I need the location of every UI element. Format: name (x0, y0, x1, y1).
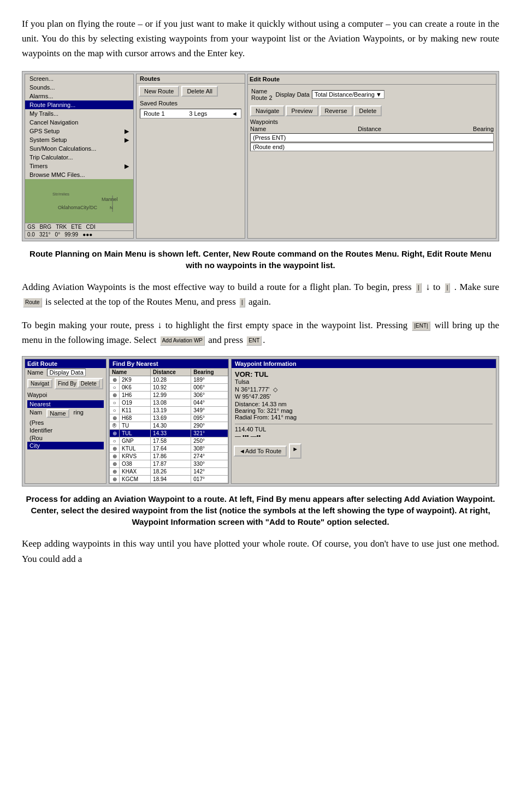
menu-item-timers[interactable]: Timers (25, 162, 133, 170)
fbn-row[interactable]: ® TU 14.30 290° (110, 422, 228, 430)
screenshot-2: Edit Route Name Display Data Navigat Fin… (22, 356, 499, 487)
ep2-city-item[interactable]: City (27, 442, 104, 449)
menu-item-sun-moon[interactable]: Sun/Moon Calculations... (25, 144, 133, 153)
wp-scroll-right[interactable]: ► (289, 443, 301, 459)
wp-info-content: VOR: TUL Tulsa N 36°11.777' ◇ W 95°47.28… (232, 368, 496, 441)
wp-freq-label: 114.40 TUL (235, 426, 493, 432)
er-wp-bear-col: Bearing (473, 126, 494, 132)
er-name-section: Name Route 2 (250, 87, 274, 102)
menu-item-my-trails[interactable]: My Trails... (25, 109, 133, 118)
menu-item-sounds[interactable]: Sounds... (25, 83, 133, 92)
fbn-symbol: ® (110, 422, 120, 430)
menu-item-system-setup[interactable]: System Setup (25, 135, 133, 144)
er-display-data: Display Data Total Distance/Bearing ▼ (276, 87, 384, 102)
delete-btn[interactable]: Delete (354, 105, 382, 116)
status-ete: ETE (71, 224, 81, 230)
fbn-col-bearing: Bearing (191, 369, 228, 376)
ep2-navigate-btn[interactable]: Navigat (27, 379, 52, 388)
fbn-row[interactable]: ○ K11 13.19 349° (110, 407, 228, 414)
ep2-nearest-item[interactable]: Nearest (27, 400, 104, 408)
wp-freq: 114.40 TUL — ••• —•• (235, 424, 493, 439)
ep2-identifier-item[interactable]: Identifier (27, 426, 104, 434)
er-dd-select[interactable]: Total Distance/Bearing ▼ (312, 90, 384, 99)
delete-all-button[interactable]: Delete All (181, 86, 217, 97)
er-wp-label: Waypoints (250, 118, 494, 125)
wp-info-title: Waypoint Information (232, 359, 496, 368)
fbn-row[interactable]: ⊕ 2K9 10.28 189° (110, 376, 228, 384)
add-to-route-button[interactable]: ◄ Add To Route (234, 446, 287, 457)
er-wp-press-ent: (Press ENT) (250, 133, 494, 142)
val-ete: 99:99 (64, 232, 78, 238)
fbn-row[interactable]: ⊕ KHAX 18.26 142° (110, 468, 228, 476)
fbn-distance: 13.19 (151, 407, 191, 414)
fbn-row[interactable]: ⊕ TUL 14.33 321° (110, 430, 228, 437)
edit-route-header: Name Route 2 Display Data Total Distance… (248, 85, 496, 104)
fbn-name: KTUL (120, 445, 151, 453)
menu-item-cancel-nav[interactable]: Cancel Navigation (25, 118, 133, 127)
fbn-distance: 17.86 (151, 453, 191, 460)
wp-lat-val: 36°11.777' (241, 386, 269, 393)
inline-button-6: Add Aviation WP (160, 336, 205, 346)
preview-btn[interactable]: Preview (286, 105, 318, 116)
new-route-button[interactable]: New Route (139, 86, 179, 97)
fbn-name: GNP (120, 437, 151, 445)
er-route-name: Route 2 (251, 94, 273, 101)
ep2-find-by-section: Nearest Nam Name ring (Pres Identifier (… (25, 399, 106, 451)
menu-item-trip-calc[interactable]: Trip Calculator... (25, 153, 133, 162)
fbn-bearing: 321° (191, 430, 228, 437)
fbn-row[interactable]: ⊕ KTUL 17.64 308° (110, 445, 228, 453)
fbn-bearing: 306° (191, 392, 228, 399)
fbn-bearing: 308° (191, 445, 228, 453)
ep2-route-label: (Rou (27, 434, 104, 442)
fbn-symbol: ⊕ (110, 453, 120, 460)
fbn-row[interactable]: ⊕ 1H6 12.99 306° (110, 392, 228, 399)
fbn-symbol: ○ (110, 437, 120, 445)
fbn-row[interactable]: ⊕ KGCM 18.94 017° (110, 476, 228, 483)
fbn-row[interactable]: ○ O19 13.08 044° (110, 399, 228, 407)
fbn-name: KRVS (120, 453, 151, 460)
fbn-name: 0K6 (120, 384, 151, 392)
menu-item-gps-setup[interactable]: GPS Setup (25, 127, 133, 135)
fbn-distance: 17.87 (151, 460, 191, 468)
fbn-distance: 14.33 (151, 430, 191, 437)
er-wp-route-end: (Route end) (250, 143, 494, 151)
wp-compass: ◇ (273, 386, 277, 393)
menu-item-route-planning[interactable]: Route Planning... (25, 100, 133, 109)
route-list-item[interactable]: Route 1 3 Legs ◄ (140, 109, 241, 118)
fbn-row[interactable]: ○ 0K6 10.92 006° (110, 384, 228, 392)
fbn-row[interactable]: ○ GNP 17.58 250° (110, 437, 228, 445)
intro-paragraph: If you plan on flying the route – or if … (22, 16, 499, 61)
body-paragraph-1: Adding Aviation Waypoints is the most ef… (22, 280, 499, 309)
er-action-buttons: Navigate Preview Reverse Delete (248, 104, 496, 117)
route-arrow: ◄ (232, 110, 238, 117)
status-trk: TRK (56, 224, 67, 230)
saved-routes-label: Saved Routes (137, 99, 245, 108)
fbn-symbol: ⊕ (110, 392, 120, 399)
svg-text:OklahomaCity/DC: OklahomaCity/DC (58, 205, 98, 210)
ep2-nam-label: Nam (29, 409, 42, 418)
ep2-name-row: Name Display Data (25, 368, 106, 377)
fbn-distance: 10.28 (151, 376, 191, 384)
fbn-row[interactable]: ⊕ KRVS 17.86 274° (110, 453, 228, 460)
fbn-distance: 12.99 (151, 392, 191, 399)
wp-lon-dir: W (235, 393, 240, 400)
er-name-label: Name (251, 88, 273, 94)
wp-add-row: ◄ Add To Route ► (232, 443, 496, 459)
ep2-delete-btn[interactable]: Delete (78, 380, 100, 388)
inline-button-5: |ENT| (412, 321, 430, 331)
menu-item-screen[interactable]: Screen... (25, 74, 133, 83)
fbn-name: O19 (120, 399, 151, 407)
menu-item-browse-mmc[interactable]: Browse MMC Files... (25, 170, 133, 179)
navigate-btn[interactable]: Navigate (250, 105, 285, 116)
fbn-row[interactable]: ⊕ H68 13.69 095° (110, 414, 228, 422)
route-legs: 3 Legs (189, 110, 207, 117)
wp-dist-value: 14.33 nm (262, 401, 287, 407)
fbn-bearing: 044° (191, 399, 228, 407)
ep2-name-label2[interactable]: Name (46, 409, 69, 418)
fbn-distance: 17.64 (151, 445, 191, 453)
status-cdi: CDI (86, 224, 96, 230)
fbn-bearing: 290° (191, 422, 228, 430)
reverse-btn[interactable]: Reverse (319, 105, 353, 116)
fbn-row[interactable]: ⊕ O38 17.87 330° (110, 460, 228, 468)
menu-item-alarms[interactable]: Alarms... (25, 92, 133, 100)
